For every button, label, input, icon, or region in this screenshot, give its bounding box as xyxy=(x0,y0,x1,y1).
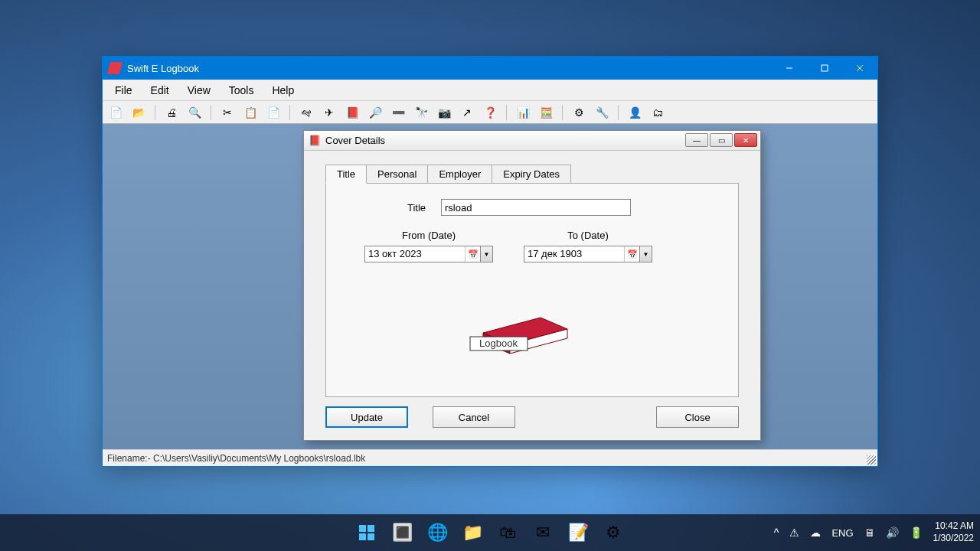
store-icon[interactable]: 🛍 xyxy=(492,517,523,548)
mail-icon[interactable]: ✉ xyxy=(528,517,558,548)
dialog-close-button[interactable]: ✕ xyxy=(734,133,757,147)
calendar-icon[interactable]: 📅 xyxy=(465,246,480,262)
language-indicator[interactable]: ENG xyxy=(831,527,853,539)
app-icon xyxy=(107,62,122,74)
task-view-icon[interactable]: 🔳 xyxy=(387,517,417,548)
main-titlebar[interactable]: Swift E Logbook xyxy=(103,57,877,80)
to-date-label: To (Date) xyxy=(524,230,652,241)
from-date-label: From (Date) xyxy=(364,230,493,241)
tool-icon-1[interactable]: 🛩 xyxy=(298,104,315,121)
client-area: 📕 Cover Details — ▭ ✕ Title Personal Emp… xyxy=(103,124,877,449)
menu-help[interactable]: Help xyxy=(263,81,303,99)
tool-icon-11[interactable]: 🗂 xyxy=(649,104,666,121)
tab-control: Title Personal Employer Expiry Dates Tit… xyxy=(325,165,739,397)
tab-panel: Title From (Date) 13 окт 2023 📅 ▼ xyxy=(325,183,739,397)
open-icon[interactable]: 📂 xyxy=(130,104,147,121)
edge-icon[interactable]: 🌐 xyxy=(422,517,452,548)
cover-details-dialog: 📕 Cover Details — ▭ ✕ Title Personal Emp… xyxy=(303,130,761,441)
statusbar-text: Filename:- C:\Users\Vasiliy\Documents\My… xyxy=(107,453,365,464)
new-icon[interactable]: 📄 xyxy=(107,104,124,121)
dialog-maximize-button[interactable]: ▭ xyxy=(710,133,733,147)
maximize-button[interactable] xyxy=(807,57,842,80)
calendar-icon[interactable]: 📅 xyxy=(624,246,639,262)
to-date-picker[interactable]: 17 дек 1903 📅 ▼ xyxy=(524,246,652,262)
toolbar: 📄 📂 🖨 🔍 ✂ 📋 📄 🛩 ✈ 📕 🔎 ➖ 🔭 📷 ↗ ❓ 📊 🧮 ⚙ 🔧 … xyxy=(103,101,877,124)
tray-battery-icon[interactable]: 🔋 xyxy=(910,527,923,539)
tool-icon-7[interactable]: 📷 xyxy=(436,104,452,121)
clock[interactable]: 10:42 AM 1/30/2022 xyxy=(933,520,974,544)
minimize-button[interactable] xyxy=(772,57,807,80)
close-button[interactable]: Close xyxy=(656,406,739,428)
dialog-minimize-button[interactable]: — xyxy=(685,133,708,147)
tool-icon-8[interactable]: ↗ xyxy=(459,104,475,121)
dropdown-icon[interactable]: ▼ xyxy=(480,246,492,262)
start-button[interactable] xyxy=(351,517,382,548)
menubar: File Edit View Tools Help xyxy=(103,80,877,101)
settings-taskbar-icon[interactable]: ⚙ xyxy=(598,517,629,548)
tray-volume-icon[interactable]: 🔊 xyxy=(886,527,899,539)
menu-file[interactable]: File xyxy=(106,81,142,99)
svg-text:Logbook: Logbook xyxy=(479,337,518,349)
paste-icon[interactable]: 📄 xyxy=(265,104,282,121)
taskbar: 🔳 🌐 📁 🛍 ✉ 📝 ⚙ ^ ⚠ ☁ ENG 🖥 🔊 🔋 10:42 AM 1… xyxy=(0,514,980,551)
clock-time: 10:42 AM xyxy=(933,520,974,533)
title-input[interactable] xyxy=(441,199,631,216)
print-icon[interactable]: 🖨 xyxy=(163,104,180,121)
help-icon[interactable]: ❓ xyxy=(482,104,498,121)
tab-employer[interactable]: Employer xyxy=(427,165,492,183)
dialog-title: Cover Details xyxy=(325,135,385,146)
tool-icon-9[interactable]: 🔧 xyxy=(593,104,610,121)
tool-icon-3[interactable]: 📕 xyxy=(344,104,361,121)
chart-icon[interactable]: 📊 xyxy=(514,104,531,121)
tab-expiry[interactable]: Expiry Dates xyxy=(492,165,571,183)
tray-weather-icon[interactable]: ☁ xyxy=(810,527,821,539)
tool-icon-6[interactable]: 🔭 xyxy=(413,104,430,121)
app-taskbar-icon[interactable]: 📝 xyxy=(563,517,593,548)
tool-icon-2[interactable]: ✈ xyxy=(321,104,338,121)
to-date-value: 17 дек 1903 xyxy=(524,246,624,262)
tab-personal[interactable]: Personal xyxy=(366,165,428,183)
menu-edit[interactable]: Edit xyxy=(142,81,178,99)
from-date-picker[interactable]: 13 окт 2023 📅 ▼ xyxy=(364,246,493,262)
main-title: Swift E Logbook xyxy=(127,63,199,74)
from-date-value: 13 окт 2023 xyxy=(365,246,465,262)
settings-icon[interactable]: ⚙ xyxy=(570,104,587,121)
tray-security-icon[interactable]: ⚠ xyxy=(789,527,799,539)
preview-icon[interactable]: 🔍 xyxy=(186,104,203,121)
menu-tools[interactable]: Tools xyxy=(220,81,263,99)
menu-view[interactable]: View xyxy=(178,81,220,99)
svg-rect-1 xyxy=(822,65,828,71)
explorer-icon[interactable]: 📁 xyxy=(457,517,488,548)
logbook-image: Logbook xyxy=(456,298,571,356)
tool-icon-10[interactable]: 👤 xyxy=(626,104,643,121)
close-button[interactable] xyxy=(842,57,877,80)
tray-chevron-icon[interactable]: ^ xyxy=(774,527,779,539)
main-window: Swift E Logbook File Edit View Tools Hel… xyxy=(102,56,878,467)
calc-icon[interactable]: 🧮 xyxy=(537,104,554,121)
dialog-icon: 📕 xyxy=(309,135,321,147)
copy-icon[interactable]: 📋 xyxy=(242,104,259,121)
tool-icon-5[interactable]: ➖ xyxy=(390,104,407,121)
dialog-titlebar[interactable]: 📕 Cover Details — ▭ ✕ xyxy=(304,131,760,151)
tool-icon-4[interactable]: 🔎 xyxy=(367,104,384,121)
title-label: Title xyxy=(380,202,441,214)
update-button[interactable]: Update xyxy=(325,406,408,428)
cut-icon[interactable]: ✂ xyxy=(219,104,236,121)
statusbar: Filename:- C:\Users\Vasiliy\Documents\My… xyxy=(103,449,877,466)
tab-title[interactable]: Title xyxy=(325,165,367,184)
clock-date: 1/30/2022 xyxy=(933,533,974,545)
tray-network-icon[interactable]: 🖥 xyxy=(864,527,875,539)
dropdown-icon[interactable]: ▼ xyxy=(639,246,652,262)
cancel-button[interactable]: Cancel xyxy=(433,406,515,428)
